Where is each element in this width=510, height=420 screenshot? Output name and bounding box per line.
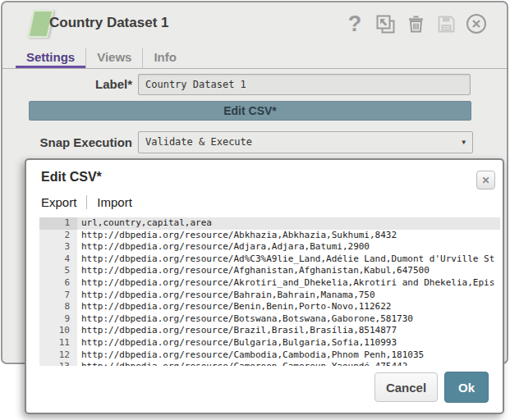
- tab-bar: Settings Views Info: [16, 48, 187, 68]
- csv-line[interactable]: 3 http://dbpedia.org/resource/Adjara,Adj…: [39, 241, 500, 253]
- csv-editor[interactable]: 1 url,country,capital,area 2 http://dbpe…: [39, 217, 500, 366]
- line-number: 10: [39, 325, 77, 337]
- csv-line[interactable]: 12 http://dbpedia.org/resource/Cambodia,…: [39, 349, 500, 362]
- csv-line[interactable]: 2 http://dbpedia.org/resource/Abkhazia,A…: [39, 230, 500, 242]
- csv-line-text: http://dbpedia.org/resource/Cambodia,Cam…: [77, 349, 500, 362]
- save-icon[interactable]: [434, 12, 457, 35]
- snap-execution-caption: Snap Execution: [2, 135, 132, 149]
- close-icon[interactable]: [465, 12, 488, 35]
- csv-line-text: http://dbpedia.org/resource/Bahrain,Bahr…: [77, 290, 500, 302]
- edit-csv-dialog: Edit CSV* ✕ Export Import 1 url,country,…: [25, 158, 504, 414]
- csv-line[interactable]: 4 http://dbpedia.org/resource/Ad%C3%A9li…: [39, 253, 500, 266]
- csv-line[interactable]: 10 http://dbpedia.org/resource/Brazil,Br…: [39, 325, 500, 337]
- csv-line-text: http://dbpedia.org/resource/Cameroon,Cam…: [77, 361, 500, 366]
- label-input[interactable]: [138, 74, 471, 95]
- csv-line-text: http://dbpedia.org/resource/Brazil,Brasi…: [77, 325, 500, 337]
- ok-button[interactable]: Ok: [444, 372, 489, 403]
- line-number: 9: [39, 313, 77, 326]
- csv-line[interactable]: 5 http://dbpedia.org/resource/Afghanista…: [39, 265, 500, 277]
- dialog-title: Edit CSV*: [41, 170, 102, 185]
- export-link[interactable]: Export: [41, 195, 86, 209]
- csv-line-text: http://dbpedia.org/resource/Afghanistan,…: [77, 265, 500, 277]
- csv-line-text: http://dbpedia.org/resource/Abkhazia,Abk…: [77, 230, 500, 242]
- csv-line-text: http://dbpedia.org/resource/Botswana,Bot…: [77, 313, 500, 326]
- line-number: 3: [39, 241, 77, 253]
- csv-line[interactable]: 13 http://dbpedia.org/resource/Cameroon,…: [39, 361, 500, 366]
- tab-info[interactable]: Info: [142, 48, 187, 68]
- chevron-down-icon: ▼: [462, 139, 466, 146]
- line-number: 8: [39, 301, 77, 313]
- line-number: 5: [39, 265, 77, 277]
- cancel-button[interactable]: Cancel: [374, 372, 438, 402]
- line-number: 4: [39, 253, 77, 266]
- open-reference-icon[interactable]: [374, 12, 397, 35]
- tab-settings[interactable]: Settings: [16, 48, 85, 68]
- csv-line[interactable]: 7 http://dbpedia.org/resource/Bahrain,Ba…: [39, 290, 500, 302]
- line-number: 13: [39, 361, 77, 366]
- csv-toolbar: Export Import: [41, 195, 142, 209]
- csv-line-text: http://dbpedia.org/resource/Bulgaria,Bul…: [77, 337, 500, 349]
- help-icon[interactable]: ?: [343, 12, 366, 35]
- snap-execution-value: Validate & Execute: [145, 136, 252, 148]
- csv-line-text: http://dbpedia.org/resource/Akrotiri_and…: [77, 277, 500, 290]
- csv-line[interactable]: 8 http://dbpedia.org/resource/Benin,Beni…: [39, 301, 500, 313]
- delete-icon[interactable]: [404, 12, 427, 35]
- line-number: 2: [39, 230, 77, 242]
- line-number: 7: [39, 290, 77, 302]
- csv-line-text: http://dbpedia.org/resource/Benin,Benin,…: [77, 301, 500, 313]
- csv-line-text: url,country,capital,area: [77, 217, 500, 230]
- dialog-close-button[interactable]: ✕: [476, 171, 495, 189]
- header-toolbar: ?: [343, 12, 488, 35]
- csv-line-text: http://dbpedia.org/resource/Adjara,Adjar…: [77, 241, 500, 253]
- close-icon: ✕: [481, 175, 489, 186]
- dialog-footer: Cancel Ok: [374, 372, 489, 403]
- tab-views[interactable]: Views: [85, 48, 142, 68]
- line-number: 12: [39, 349, 77, 362]
- csv-line-text: http://dbpedia.org/resource/Ad%C3%A9lie_…: [77, 253, 500, 266]
- edit-csv-button[interactable]: Edit CSV*: [29, 101, 471, 121]
- csv-line[interactable]: 9 http://dbpedia.org/resource/Botswana,B…: [39, 313, 500, 326]
- line-number: 6: [39, 277, 77, 290]
- page-title: Country Dataset 1: [49, 15, 168, 31]
- snap-execution-select[interactable]: Validate & Execute ▼: [138, 131, 473, 153]
- csv-line[interactable]: 1 url,country,capital,area: [39, 217, 500, 230]
- line-number: 11: [39, 337, 77, 349]
- tab-divider: [2, 68, 507, 69]
- import-link[interactable]: Import: [86, 195, 142, 209]
- label-field-caption: Label*: [2, 77, 132, 91]
- line-number: 1: [39, 217, 77, 230]
- csv-line[interactable]: 11 http://dbpedia.org/resource/Bulgaria,…: [39, 337, 500, 349]
- csv-line[interactable]: 6 http://dbpedia.org/resource/Akrotiri_a…: [39, 277, 500, 290]
